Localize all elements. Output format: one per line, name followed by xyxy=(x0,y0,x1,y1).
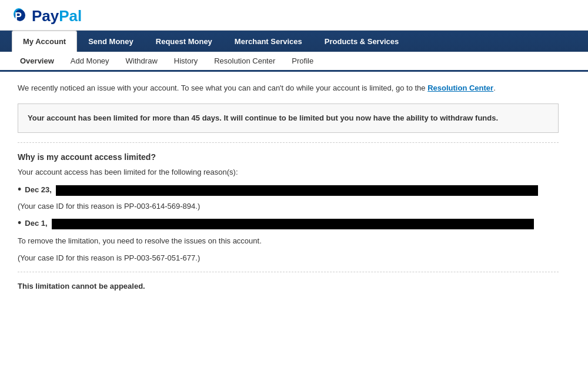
reason-2: • Dec 1, xyxy=(18,219,559,229)
appeal-text: This limitation cannot be appealed. xyxy=(18,282,559,290)
bullet-2: • xyxy=(18,218,21,228)
sub-nav: Overview Add Money Withdraw History Reso… xyxy=(0,52,588,72)
tab-products-services[interactable]: Products & Services xyxy=(313,31,410,52)
svg-text:P: P xyxy=(15,11,22,22)
resolution-center-link[interactable]: Resolution Center xyxy=(427,84,493,92)
bullet-1: • xyxy=(18,184,21,195)
tab-send-money[interactable]: Send Money xyxy=(77,31,145,52)
reason-1-redacted xyxy=(56,185,538,196)
why-title: Why is my account access limited? xyxy=(18,152,559,162)
main-nav: My Account Send Money Request Money Merc… xyxy=(0,31,588,52)
divider-2 xyxy=(18,272,559,272)
notice-text: We recently noticed an issue with your a… xyxy=(18,84,426,92)
resolve-text: To remove the limitation, you need to re… xyxy=(18,235,559,247)
paypal-icon: P xyxy=(12,8,28,25)
content-area: We recently noticed an issue with your a… xyxy=(0,72,576,301)
warning-box: Your account has been limited for more t… xyxy=(18,103,559,133)
subnav-withdraw[interactable]: Withdraw xyxy=(118,52,166,70)
reason-1-row: Dec 23, xyxy=(25,185,559,196)
reason-1: • Dec 23, xyxy=(18,185,559,196)
subnav-profile[interactable]: Profile xyxy=(283,52,322,70)
header: P PayPal xyxy=(0,0,588,31)
notice-end: . xyxy=(493,84,496,92)
tab-merchant-services[interactable]: Merchant Services xyxy=(223,31,313,52)
tab-my-account[interactable]: My Account xyxy=(12,31,77,52)
case-id-2: (Your case ID for this reason is PP-003-… xyxy=(18,253,559,262)
reason-2-date: Dec 1, xyxy=(25,219,47,228)
notice-paragraph: We recently noticed an issue with your a… xyxy=(18,82,559,94)
reason-1-date: Dec 23, xyxy=(25,185,52,194)
subnav-history[interactable]: History xyxy=(166,52,206,70)
reason-2-row: Dec 1, xyxy=(25,219,559,229)
subnav-overview[interactable]: Overview xyxy=(12,52,62,70)
warning-text: Your account has been limited for more t… xyxy=(28,113,498,122)
why-intro: Your account access has been limited for… xyxy=(18,166,559,178)
paypal-wordmark: PayPal xyxy=(32,7,82,25)
subnav-resolution-center[interactable]: Resolution Center xyxy=(206,52,283,70)
case-id-1: (Your case ID for this reason is PP-003-… xyxy=(18,202,559,211)
divider-1 xyxy=(18,142,559,143)
reason-2-redacted xyxy=(52,219,534,229)
subnav-add-money[interactable]: Add Money xyxy=(62,52,118,70)
tab-request-money[interactable]: Request Money xyxy=(145,31,223,52)
paypal-logo: P PayPal xyxy=(12,7,576,25)
